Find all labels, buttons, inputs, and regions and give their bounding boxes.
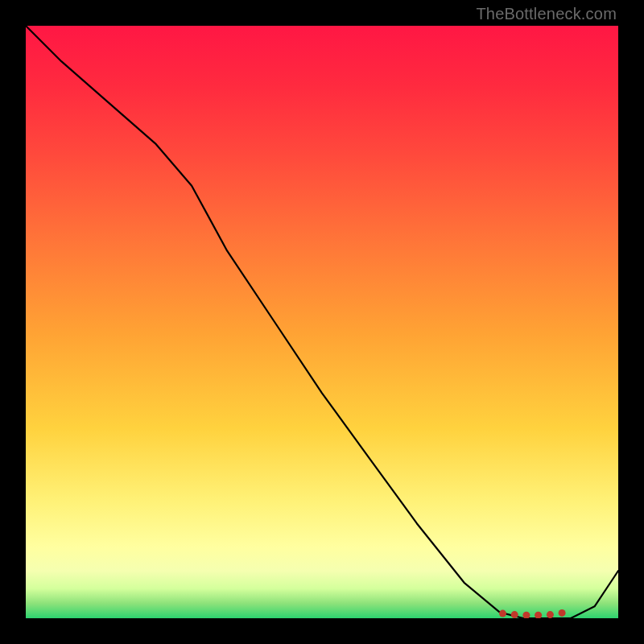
marker-dot: [559, 609, 566, 617]
marker-dot: [547, 611, 554, 618]
attribution-text: TheBottleneck.com: [476, 5, 617, 23]
plot-area: [26, 26, 618, 618]
marker-dot: [522, 612, 530, 618]
marker-dot: [511, 611, 518, 618]
marker-dot: [535, 612, 542, 618]
marker-dot: [499, 610, 506, 617]
data-curve: [26, 26, 618, 618]
chart-frame: TheBottleneck.com: [0, 0, 644, 644]
chart-svg: [26, 26, 618, 618]
